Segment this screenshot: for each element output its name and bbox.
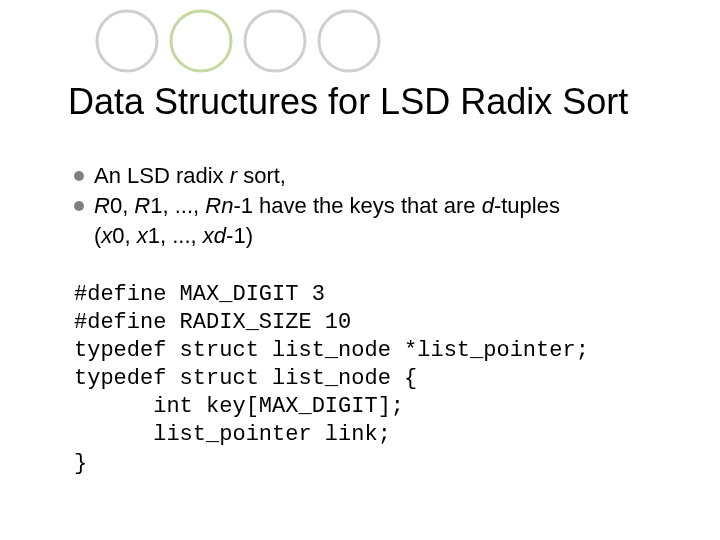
bullet-1: An LSD radix r sort,	[74, 162, 664, 190]
bullet-dot-icon	[74, 171, 84, 181]
code-line: }	[74, 451, 87, 476]
text-italic: R	[94, 193, 110, 218]
text: -1 have the keys that are	[233, 193, 481, 218]
text: -1)	[226, 223, 253, 248]
bullet-2-line2: (x0, x1, ..., xd-1)	[74, 222, 664, 250]
bullet-2: R0, R1, ..., Rn-1 have the keys that are…	[74, 192, 664, 220]
text-italic: Rn	[205, 193, 233, 218]
code-line: typedef struct list_node *list_pointer;	[74, 338, 589, 363]
code-line: list_pointer link;	[74, 422, 391, 447]
text-italic: R	[134, 193, 150, 218]
text-italic: x	[101, 223, 112, 248]
bullet-2-text: R0, R1, ..., Rn-1 have the keys that are…	[94, 192, 664, 220]
svg-point-0	[97, 11, 157, 71]
text-italic: xd	[203, 223, 226, 248]
text: 1, ...,	[148, 223, 203, 248]
bullet-dot-icon	[74, 201, 84, 211]
code-line: typedef struct list_node {	[74, 366, 417, 391]
code-line: #define RADIX_SIZE 10	[74, 310, 351, 335]
slide-title: Data Structures for LSD Radix Sort	[68, 82, 628, 122]
svg-point-1	[171, 11, 231, 71]
slide: Data Structures for LSD Radix Sort An LS…	[0, 0, 720, 540]
decorative-circles	[92, 6, 392, 76]
text: sort,	[237, 163, 286, 188]
svg-point-2	[245, 11, 305, 71]
svg-point-3	[319, 11, 379, 71]
slide-content: An LSD radix r sort, R0, R1, ..., Rn-1 h…	[74, 162, 664, 478]
text-italic: x	[137, 223, 148, 248]
code-line: int key[MAX_DIGIT];	[74, 394, 404, 419]
code-line: #define MAX_DIGIT 3	[74, 282, 325, 307]
text: An LSD radix	[94, 163, 230, 188]
text: 1, ...,	[150, 193, 205, 218]
code-block: #define MAX_DIGIT 3 #define RADIX_SIZE 1…	[74, 252, 664, 477]
text-italic: r	[230, 163, 237, 188]
text-italic: d	[482, 193, 494, 218]
bullet-1-text: An LSD radix r sort,	[94, 162, 664, 190]
text: 0,	[112, 223, 136, 248]
text: -tuples	[494, 193, 560, 218]
text: 0,	[110, 193, 134, 218]
